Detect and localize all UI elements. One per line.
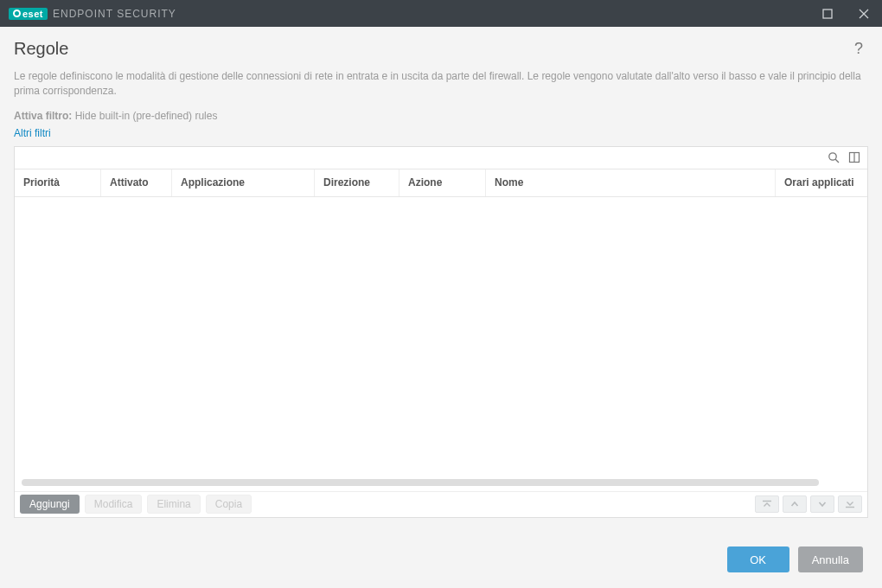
close-button[interactable] [846,0,882,27]
page-description: Le regole definiscono le modalità di ges… [14,69,861,99]
reorder-buttons [755,495,862,513]
titlebar: eset ENDPOINT SECURITY [0,0,882,27]
brand-logo: eset ENDPOINT SECURITY [9,8,176,20]
svg-line-4 [835,159,839,163]
rules-panel: Priorità Attivato Applicazione Direzione… [14,146,868,518]
col-action[interactable]: Azione [399,169,486,196]
col-name[interactable]: Nome [486,169,776,196]
dialog-footer: OK Annulla [14,531,868,588]
move-bottom-button[interactable] [838,495,862,513]
columns-button[interactable] [845,148,864,167]
header-row: Regole ? [14,39,868,59]
chevron-top-icon [762,500,772,508]
panel-toolbar [15,147,867,169]
table-body [15,197,867,491]
eset-badge: eset [9,8,48,20]
chevron-bottom-icon [845,500,855,508]
edit-button: Modifica [85,495,143,514]
product-name: ENDPOINT SECURITY [53,8,176,20]
horizontal-scrollbar[interactable] [22,479,819,486]
svg-rect-0 [823,10,832,18]
active-filter-line: Attiva filtro: Hide built-in (pre-define… [14,110,868,122]
col-application[interactable]: Applicazione [172,169,315,196]
add-button[interactable]: Aggiungi [20,495,80,514]
copy-button: Copia [206,495,252,514]
chevron-up-icon [789,500,800,508]
page-title: Regole [14,39,68,59]
col-schedule[interactable]: Orari applicati [776,169,867,196]
search-icon [828,151,840,163]
svg-point-3 [829,153,836,160]
filter-label: Attiva filtro: [14,110,72,122]
move-down-button[interactable] [810,495,834,513]
close-icon [859,9,869,19]
columns-icon [848,151,860,163]
move-up-button[interactable] [783,495,807,513]
maximize-button[interactable] [809,0,846,27]
table-header: Priorità Attivato Applicazione Direzione… [15,169,867,197]
dialog-content: Regole ? Le regole definiscono le modali… [0,27,882,588]
col-direction[interactable]: Direzione [315,169,399,196]
col-priority[interactable]: Priorità [15,169,101,196]
window-buttons [809,0,882,27]
maximize-icon [822,9,833,19]
ok-button[interactable]: OK [727,546,789,572]
help-button[interactable]: ? [849,40,868,58]
col-enabled[interactable]: Attivato [101,169,172,196]
panel-footer: Aggiungi Modifica Elimina Copia [15,491,867,517]
brand-text: eset [22,9,43,19]
search-button[interactable] [824,148,843,167]
move-top-button[interactable] [755,495,779,513]
filter-value: Hide built-in (pre-defined) rules [75,110,218,122]
more-filters-link[interactable]: Altri filtri [14,127,868,139]
cancel-button[interactable]: Annulla [798,546,863,572]
chevron-down-icon [817,500,828,508]
delete-button: Elimina [147,495,200,514]
